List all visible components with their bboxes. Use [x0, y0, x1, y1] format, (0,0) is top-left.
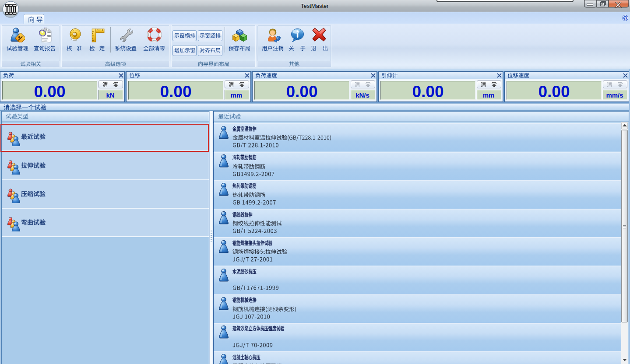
svg-text:?: ? [624, 16, 626, 21]
